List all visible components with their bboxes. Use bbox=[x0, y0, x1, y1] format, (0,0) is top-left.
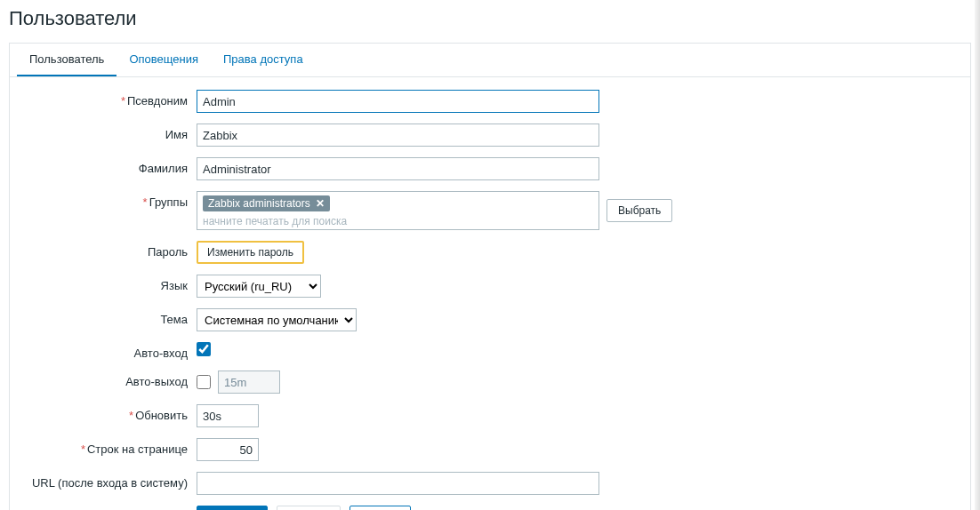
tab-media[interactable]: Оповещения bbox=[116, 44, 211, 76]
user-form: *Псевдоним Имя Фамилия *Группы bbox=[10, 77, 970, 510]
autologout-value-input bbox=[218, 371, 280, 394]
label-autologout: Авто-выход bbox=[19, 371, 197, 388]
form-actions: Обновить Удалить Отмена bbox=[197, 506, 961, 510]
page-title: Пользователи bbox=[9, 7, 971, 30]
tab-permissions[interactable]: Права доступа bbox=[211, 44, 316, 76]
label-autologin: Авто-вход bbox=[19, 342, 197, 360]
label-surname: Фамилия bbox=[19, 157, 197, 175]
refresh-input[interactable] bbox=[197, 404, 259, 427]
delete-button: Удалить bbox=[277, 506, 341, 510]
label-alias: *Псевдоним bbox=[19, 90, 197, 108]
autologout-checkbox[interactable] bbox=[197, 375, 211, 389]
label-groups: *Группы bbox=[19, 191, 197, 209]
remove-group-icon[interactable]: ✕ bbox=[316, 197, 325, 210]
tab-user[interactable]: Пользователь bbox=[17, 44, 116, 76]
rows-input[interactable] bbox=[197, 438, 259, 461]
language-select[interactable]: Русский (ru_RU) bbox=[197, 275, 321, 298]
label-password: Пароль bbox=[19, 241, 197, 259]
groups-multiselect[interactable]: Zabbix administrators ✕ начните печатать… bbox=[197, 191, 599, 230]
label-url: URL (после входа в систему) bbox=[19, 472, 197, 490]
group-chip: Zabbix administrators ✕ bbox=[203, 195, 330, 211]
label-name: Имя bbox=[19, 124, 197, 141]
change-password-button[interactable]: Изменить пароль bbox=[197, 241, 304, 264]
label-language: Язык bbox=[19, 275, 197, 292]
label-rows: *Строк на странице bbox=[19, 438, 197, 456]
group-chip-label: Zabbix administrators bbox=[208, 197, 310, 210]
url-input[interactable] bbox=[197, 472, 599, 495]
autologin-checkbox[interactable] bbox=[197, 342, 211, 356]
update-button[interactable]: Обновить bbox=[197, 506, 268, 510]
label-theme: Тема bbox=[19, 308, 197, 326]
groups-placeholder: начните печатать для поиска bbox=[203, 213, 593, 227]
select-groups-button[interactable]: Выбрать bbox=[606, 199, 672, 222]
label-refresh: *Обновить bbox=[19, 404, 197, 422]
scrollbar-track[interactable] bbox=[975, 0, 980, 510]
cancel-button[interactable]: Отмена bbox=[349, 506, 411, 510]
name-input[interactable] bbox=[197, 124, 599, 147]
tabs: Пользователь Оповещения Права доступа bbox=[10, 44, 970, 77]
surname-input[interactable] bbox=[197, 157, 599, 180]
theme-select[interactable]: Системная по умолчанию bbox=[197, 308, 357, 331]
alias-input[interactable] bbox=[197, 90, 599, 113]
form-panel: Пользователь Оповещения Права доступа *П… bbox=[9, 43, 971, 510]
